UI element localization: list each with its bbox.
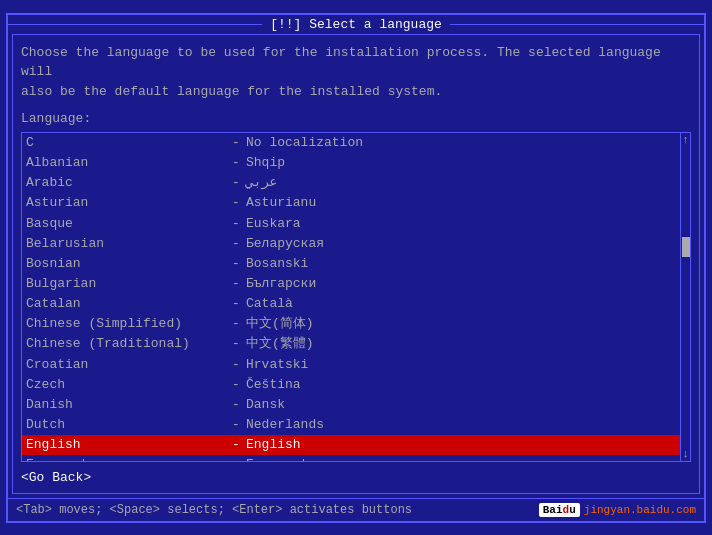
lang-name: Asturian (26, 193, 226, 213)
lang-native: Català (246, 294, 293, 314)
lang-native: English (246, 435, 301, 455)
dialog-box: Choose the language to be used for the i… (12, 34, 700, 494)
lang-native: Nederlands (246, 415, 324, 435)
go-back-button[interactable]: <Go Back> (21, 470, 91, 485)
lang-dash: - (226, 193, 246, 213)
lang-name: Bulgarian (26, 274, 226, 294)
lang-dash: - (226, 355, 246, 375)
language-item[interactable]: Belarusian-Беларуская (22, 234, 690, 254)
bottom-bar: <Tab> moves; <Space> selects; <Enter> ac… (8, 498, 704, 521)
lang-dash: - (226, 274, 246, 294)
description-line1: Choose the language to be used for the i… (21, 43, 691, 82)
language-item[interactable]: Catalan-Català (22, 294, 690, 314)
lang-native: Беларуская (246, 234, 324, 254)
watermark-container: Baidu jingyan.baidu.com (539, 503, 696, 517)
lang-name: Belarusian (26, 234, 226, 254)
lang-native: Euskara (246, 214, 301, 234)
lang-dash: - (226, 153, 246, 173)
language-item[interactable]: Czech-Čeština (22, 375, 690, 395)
lang-name: English (26, 435, 226, 455)
scroll-track (682, 147, 690, 447)
lang-dash: - (226, 173, 246, 193)
watermark-site: jingyan.baidu.com (584, 504, 696, 516)
lang-name: Dutch (26, 415, 226, 435)
lang-name: Danish (26, 395, 226, 415)
language-item[interactable]: Basque-Euskara (22, 214, 690, 234)
lang-native: 中文(简体) (246, 314, 314, 334)
language-item[interactable]: Asturian-Asturianu (22, 193, 690, 213)
title-bar: [!!] Select a language (8, 15, 704, 34)
description: Choose the language to be used for the i… (21, 43, 691, 102)
scroll-thumb (682, 237, 690, 257)
lang-dash: - (226, 375, 246, 395)
description-line2: also be the default language for the ins… (21, 82, 691, 102)
lang-name: Esperanto (26, 455, 226, 460)
language-item[interactable]: Danish-Dansk (22, 395, 690, 415)
lang-native: 中文(繁體) (246, 334, 314, 354)
lang-native: No localization (246, 133, 363, 153)
lang-name: Catalan (26, 294, 226, 314)
language-item[interactable]: Esperanto-Esperanto (22, 455, 690, 460)
lang-dash: - (226, 133, 246, 153)
lang-name: C (26, 133, 226, 153)
lang-native: Shqip (246, 153, 285, 173)
language-item[interactable]: Bosnian-Bosanski (22, 254, 690, 274)
lang-name: Croatian (26, 355, 226, 375)
lang-native: Esperanto (246, 455, 316, 460)
lang-dash: - (226, 214, 246, 234)
language-label: Language: (21, 111, 691, 126)
lang-name: Basque (26, 214, 226, 234)
lang-name: Arabic (26, 173, 226, 193)
language-item[interactable]: English-English (22, 435, 690, 455)
lang-dash: - (226, 455, 246, 460)
lang-dash: - (226, 415, 246, 435)
lang-native: Čeština (246, 375, 301, 395)
language-list: C-No localizationAlbanian-ShqipArabic-عر… (22, 133, 690, 461)
lang-name: Albanian (26, 153, 226, 173)
language-list-container: C-No localizationAlbanian-ShqipArabic-عر… (21, 132, 691, 462)
lang-native: Bosanski (246, 254, 308, 274)
lang-name: Chinese (Traditional) (26, 334, 226, 354)
lang-dash: - (226, 294, 246, 314)
dialog-title: [!!] Select a language (262, 17, 450, 32)
lang-name: Bosnian (26, 254, 226, 274)
language-item[interactable]: Bulgarian-Български (22, 274, 690, 294)
language-item[interactable]: Chinese (Traditional)-中文(繁體) (22, 334, 690, 354)
language-item[interactable]: C-No localization (22, 133, 690, 153)
keyboard-hint: <Tab> moves; <Space> selects; <Enter> ac… (16, 503, 412, 517)
language-item[interactable]: Chinese (Simplified)-中文(简体) (22, 314, 690, 334)
scroll-down-arrow[interactable]: ↓ (682, 447, 689, 461)
lang-dash: - (226, 234, 246, 254)
scroll-up-arrow[interactable]: ↑ (682, 133, 689, 147)
scrollbar: ↑ ↓ (680, 133, 690, 461)
lang-native: Dansk (246, 395, 285, 415)
lang-native: Asturianu (246, 193, 316, 213)
language-item[interactable]: Arabic-عربي (22, 173, 690, 193)
lang-dash: - (226, 435, 246, 455)
go-back-container: <Go Back> (21, 470, 691, 485)
lang-dash: - (226, 314, 246, 334)
lang-dash: - (226, 395, 246, 415)
language-item[interactable]: Croatian-Hrvatski (22, 355, 690, 375)
lang-name: Czech (26, 375, 226, 395)
watermark-logo: Baidu (539, 503, 580, 517)
lang-dash: - (226, 254, 246, 274)
lang-native: Български (246, 274, 316, 294)
lang-native: عربي (246, 173, 277, 193)
lang-native: Hrvatski (246, 355, 308, 375)
language-item[interactable]: Albanian-Shqip (22, 153, 690, 173)
lang-name: Chinese (Simplified) (26, 314, 226, 334)
lang-dash: - (226, 334, 246, 354)
language-item[interactable]: Dutch-Nederlands (22, 415, 690, 435)
